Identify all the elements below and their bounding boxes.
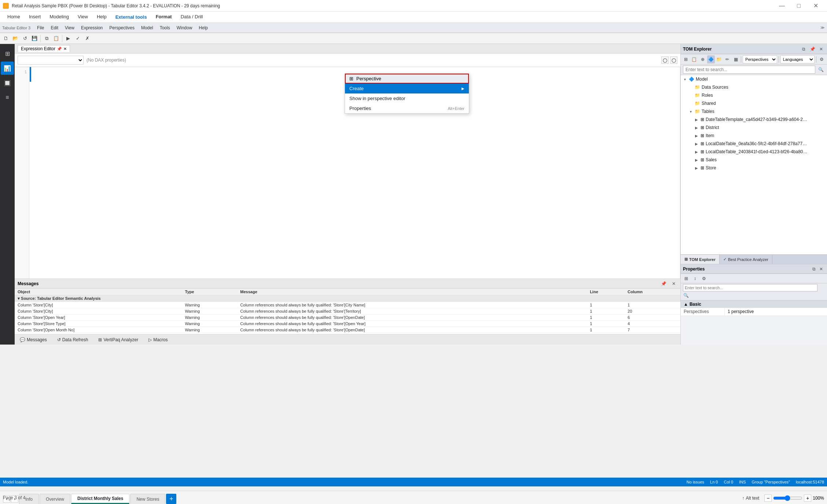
tom-tab-best-practice[interactable]: ✓ Best Practice Analyzer <box>720 255 772 264</box>
te-menu-view[interactable]: View <box>62 25 77 31</box>
tom-restore-btn[interactable]: ⧉ <box>800 45 807 53</box>
toolbar-cancel[interactable]: ✗ <box>83 34 92 43</box>
props-search-btn[interactable]: 🔍 <box>683 291 689 299</box>
messages-pin-btn[interactable]: 📌 <box>660 280 667 287</box>
menu-help[interactable]: Help <box>92 12 111 23</box>
toolbar-refresh[interactable]: ↺ <box>21 34 29 43</box>
tree-table-store[interactable]: ▶ ⊞ Store <box>681 164 827 172</box>
expr-nav-next[interactable]: ◯ <box>670 56 677 64</box>
t2-expand[interactable]: ▶ <box>694 126 699 130</box>
properties-search-input[interactable] <box>683 284 817 291</box>
toolbar-check[interactable]: ✓ <box>73 34 82 43</box>
footer-messages-btn[interactable]: 💬 Messages <box>18 336 49 343</box>
context-menu-create[interactable]: Create ▶ <box>345 84 469 93</box>
t4-expand[interactable]: ▶ <box>694 142 699 146</box>
t6-expand[interactable]: ▶ <box>694 158 699 162</box>
tree-table-item[interactable]: ▶ ⊞ Item <box>681 132 827 140</box>
zoom-minus-btn[interactable]: − <box>764 494 772 502</box>
page-tab-new-stores[interactable]: New Stores <box>130 494 165 504</box>
sidebar-icon-4[interactable]: ≡ <box>1 91 14 104</box>
minimize-button[interactable]: — <box>773 0 790 12</box>
expand-icon[interactable]: ▾ <box>18 296 20 301</box>
menu-home[interactable]: Home <box>3 12 25 23</box>
tom-pin-btn[interactable]: 📌 <box>809 45 816 53</box>
tom-tab-explorer[interactable]: ⊞ TOM Explorer <box>681 255 720 264</box>
sidebar-icon-1[interactable]: ⊞ <box>1 47 14 60</box>
model-expand-icon[interactable]: ▾ <box>682 77 687 81</box>
tree-data-sources[interactable]: 📁 Data Sources <box>681 83 827 91</box>
tom-btn-settings[interactable]: ⚙ <box>818 55 826 63</box>
page-tab-district-monthly[interactable]: District Monthly Sales <box>71 494 129 504</box>
close-button[interactable]: ✕ <box>807 0 824 12</box>
context-menu-properties[interactable]: Properties Alt+Enter <box>345 103 469 113</box>
te-menu-perspectives[interactable]: Perspectives <box>106 25 137 31</box>
te-menu-window[interactable]: Window <box>174 25 195 31</box>
expr-editor-close-icon[interactable]: ✕ <box>63 47 67 51</box>
toolbar-save[interactable]: 💾 <box>30 34 39 43</box>
tree-roles[interactable]: 📁 Roles <box>681 91 827 99</box>
footer-data-refresh-btn[interactable]: ↺ Data Refresh <box>55 336 91 343</box>
te-menu-expression[interactable]: Expression <box>78 25 106 31</box>
te-menu-model[interactable]: Model <box>138 25 156 31</box>
props-btn-1[interactable]: ⊞ <box>682 275 690 283</box>
tom-btn-6[interactable]: ✏ <box>724 55 731 63</box>
expr-editor-pin-icon[interactable]: 📌 <box>57 47 62 51</box>
add-page-button[interactable]: + <box>166 494 176 504</box>
t1-expand[interactable]: ▶ <box>694 118 699 122</box>
messages-close-btn[interactable]: ✕ <box>670 280 677 287</box>
tom-btn-5[interactable]: 📁 <box>716 55 723 63</box>
properties-section-basic[interactable]: ▲ Basic <box>681 301 827 308</box>
te-menu-help[interactable]: Help <box>196 25 211 31</box>
tom-search-input[interactable] <box>683 66 815 74</box>
context-menu-show-perspective-editor[interactable]: Show in perspective editor <box>345 93 469 103</box>
props-btn-3[interactable]: ⚙ <box>700 275 708 283</box>
footer-macros-btn[interactable]: ▷ Macros <box>146 336 170 343</box>
t5-expand[interactable]: ▶ <box>694 150 699 154</box>
props-close-btn[interactable]: ✕ <box>817 265 825 273</box>
maximize-button[interactable]: □ <box>790 0 807 12</box>
tree-table-localdate1[interactable]: ▶ ⊞ LocalDateTable_0eafa36c-5fc2-4b6f-84… <box>681 140 827 148</box>
menu-data-drill[interactable]: Data / Drill <box>176 12 207 23</box>
tree-table-sales[interactable]: ▶ ⊞ Sales <box>681 156 827 164</box>
tree-tables[interactable]: ▾ 📁 Tables <box>681 107 827 115</box>
languages-dropdown[interactable]: Languages <box>780 55 815 63</box>
menu-format[interactable]: Format <box>151 12 176 23</box>
expr-nav-prev[interactable]: ◯ <box>661 56 669 64</box>
tom-search-btn[interactable]: 🔍 <box>817 66 825 74</box>
t3-expand[interactable]: ▶ <box>694 134 699 138</box>
tree-table-localdate2[interactable]: ▶ ⊞ LocalDateTable_2403841f-d1ed-4123-bf… <box>681 148 827 156</box>
tom-btn-4[interactable]: 🔷 <box>707 55 715 63</box>
te-menu-tools[interactable]: Tools <box>157 25 173 31</box>
tree-table-district[interactable]: ▶ ⊞ District <box>681 124 827 132</box>
tom-btn-3[interactable]: ⊕ <box>699 55 706 63</box>
expr-editor-tab[interactable]: Expression Editor 📌 ✕ <box>18 45 70 52</box>
toolbar-run[interactable]: ▶ <box>64 34 73 43</box>
menu-external-tools[interactable]: External tools <box>111 12 151 23</box>
te-expand-icon[interactable]: ≫ <box>820 25 825 30</box>
page-tab-overview[interactable]: Overview <box>40 494 70 504</box>
toolbar-copy[interactable]: ⧉ <box>42 34 51 43</box>
prop-value-perspectives[interactable]: 1 perspective <box>725 308 827 316</box>
menu-view[interactable]: View <box>73 12 92 23</box>
te-menu-edit[interactable]: Edit <box>48 25 61 31</box>
props-btn-2[interactable]: ↕ <box>691 275 699 283</box>
tom-close-btn[interactable]: ✕ <box>817 45 825 53</box>
toolbar-open[interactable]: 📂 <box>11 34 20 43</box>
tree-model[interactable]: ▾ 🔷 Model <box>681 75 827 83</box>
t7-expand[interactable]: ▶ <box>694 166 699 170</box>
tom-btn-7[interactable]: ▦ <box>732 55 740 63</box>
tom-btn-2[interactable]: 📋 <box>691 55 698 63</box>
toolbar-new[interactable]: 🗋 <box>1 34 10 43</box>
dax-selector[interactable] <box>18 56 84 65</box>
tree-shared[interactable]: 📁 Shared <box>681 99 827 107</box>
tom-btn-1[interactable]: ⊞ <box>682 55 690 63</box>
props-restore-btn[interactable]: ⧉ <box>810 265 817 273</box>
alt-text-button[interactable]: ↑ Alt text <box>740 495 762 501</box>
zoom-slider[interactable] <box>773 495 802 501</box>
toolbar-paste[interactable]: 📋 <box>52 34 60 43</box>
sidebar-icon-3[interactable]: 🔲 <box>1 76 14 89</box>
perspectives-dropdown[interactable]: Perspectives <box>743 55 777 63</box>
tables-expand[interactable]: ▾ <box>688 110 693 114</box>
te-menu-file[interactable]: File <box>34 25 47 31</box>
menu-modeling[interactable]: Modeling <box>45 12 73 23</box>
